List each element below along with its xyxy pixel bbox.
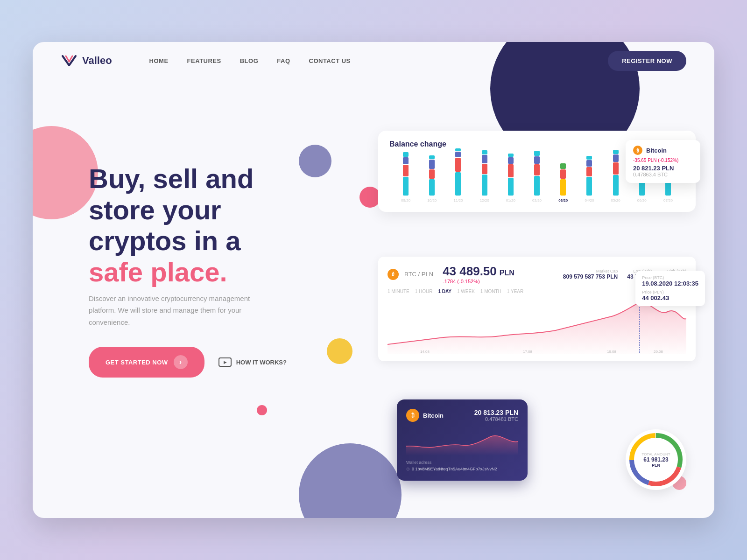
nav-faq[interactable]: FAQ [277, 57, 290, 64]
btc-tooltip-header: ₿ Bitcoin [633, 146, 693, 155]
rate-stat-market-cap: Market Cap 809 579 587 753 PLN [563, 269, 618, 280]
bar-stack-0 [402, 152, 409, 196]
bar-seg-green [560, 163, 566, 169]
svg-text:20.08: 20.08 [654, 350, 663, 354]
bar-seg-red [455, 158, 461, 172]
bar-stack-active [560, 163, 566, 196]
bar-seg-teal [508, 178, 514, 196]
donut-unit: PLN [641, 463, 670, 468]
filter-1day[interactable]: 1 DAY [438, 289, 451, 294]
bar-group-7: 04/20 [578, 156, 601, 203]
bar-seg-red [613, 162, 619, 175]
wallet-btc-info: ₿ Bitcoin [406, 409, 444, 422]
hero-title-line2: store your [89, 195, 221, 225]
charts-area: Balance change 01.07.2020 © 09/20 [378, 75, 696, 509]
wallet-btc-amount: 0.478481 BTC [474, 416, 518, 422]
get-started-arrow-icon: › [174, 355, 188, 369]
bar-seg-red [560, 169, 566, 179]
bar-seg-blue [613, 154, 619, 162]
nav-features[interactable]: FEATURES [187, 57, 221, 64]
bar-seg-red [508, 164, 514, 177]
market-cap-value: 809 579 587 753 PLN [563, 273, 618, 280]
play-icon: ▶ [218, 357, 232, 367]
nav-contact[interactable]: CONTACT US [309, 57, 351, 64]
rate-unit: PLN [500, 269, 514, 277]
how-it-works-button[interactable]: ▶ HOW IT WORKS? [218, 357, 287, 367]
bar-label-active: 03/20 [558, 198, 568, 203]
bar-seg-red [586, 167, 592, 176]
balance-title: Balance change [389, 140, 446, 148]
svg-text:19.08: 19.08 [607, 350, 617, 354]
wallet-address-value: 0 1bv8M5EYatNteqTn5Au4tm4GFp7xJsNvN2 [412, 467, 497, 471]
deco-circle-red [359, 187, 381, 208]
btc-name: Bitcoin [646, 147, 667, 154]
get-started-button[interactable]: GET STARTED NOW › [89, 347, 204, 378]
deco-circle-left [33, 126, 98, 219]
bar-stack-5 [534, 151, 540, 196]
svg-text:14.08: 14.08 [420, 350, 430, 354]
bar-label-2: 11/20 [453, 198, 463, 203]
bar-stack-7 [586, 156, 592, 196]
bar-seg-blue [455, 152, 461, 157]
bar-group-active: 03/20 [551, 163, 575, 203]
bar-seg-green [455, 148, 461, 151]
nav-blog[interactable]: BLOG [240, 57, 259, 64]
bar-label-0: 09/20 [401, 198, 410, 203]
bar-label-1: 10/20 [427, 198, 437, 203]
filter-1min[interactable]: 1 MINUTE [388, 289, 409, 294]
wallet-address-label: Wallet adress [406, 460, 518, 465]
bar-seg-red [482, 164, 487, 174]
bar-seg-green [482, 150, 487, 154]
bar-seg-teal [455, 172, 461, 196]
get-started-label: GET STARTED NOW [106, 359, 168, 366]
filter-1week[interactable]: 1 WEEK [457, 289, 475, 294]
nav-home[interactable]: HOME [149, 57, 169, 64]
price-pln-value: 44 002.43 [642, 294, 698, 301]
bar-group-2: 11/20 [446, 148, 470, 203]
hero-section: Buy, sell and store your cryptos in a sa… [89, 163, 331, 378]
wallet-coin-name: Bitcoin [423, 412, 444, 419]
btc-btc: 0.47863.4 BTC [633, 172, 693, 177]
wallet-amount: 20 813.23 PLN 0.478481 BTC [474, 409, 518, 422]
bar-seg-blue [429, 160, 435, 169]
bar-seg-red [534, 164, 540, 175]
line-chart-svg: 14.08 17.08 19.08 20.08 [388, 298, 686, 354]
bar-group-1: 10/20 [420, 155, 444, 203]
bar-seg-blue [403, 157, 409, 164]
bar-seg-green [403, 152, 409, 157]
bar-seg-teal [534, 176, 540, 196]
bar-group-8: 05/20 [604, 150, 627, 203]
donut-content: TOTAL AMOUNT 61 981.23 PLN [641, 452, 670, 468]
bar-seg-yellow [560, 179, 566, 196]
wallet-header: ₿ Bitcoin 20 813.23 PLN 0.478481 BTC [406, 409, 518, 422]
register-button[interactable]: REGISTER NOW [608, 51, 686, 71]
bar-seg-blue [586, 160, 592, 167]
bar-seg-teal [403, 177, 409, 196]
bar-label-7: 04/20 [585, 198, 594, 203]
btc-tooltip: ₿ Bitcoin -35.65 PLN (-0.152%) 20 821.23… [626, 140, 700, 183]
rate-value-group: 43 489.50 PLN -1784 (-0.152%) [443, 264, 514, 284]
svg-text:17.08: 17.08 [523, 350, 533, 354]
bar-label-9: 06/20 [637, 198, 647, 203]
main-card: Valleo HOME FEATURES BLOG FAQ CONTACT US… [33, 42, 714, 518]
filter-1hour[interactable]: 1 HOUR [415, 289, 433, 294]
bar-stack-2 [455, 148, 461, 196]
nav-links: HOME FEATURES BLOG FAQ CONTACT US [149, 57, 608, 64]
filter-1year[interactable]: 1 YEAR [507, 289, 523, 294]
rate-btc-icon: ₿ [388, 269, 399, 280]
bar-seg-teal [429, 179, 435, 196]
wallet-address-icon: ⊙ [406, 467, 410, 471]
btc-change: -35.65 PLN (-0.152%) [633, 158, 693, 163]
bar-label-3: 12/20 [480, 198, 489, 203]
filter-1month[interactable]: 1 MONTH [480, 289, 501, 294]
bar-group-0: 09/20 [394, 152, 417, 203]
price-date-label: Price (BTC) [642, 275, 698, 280]
bar-stack-8 [613, 150, 619, 196]
bar-seg-red [403, 165, 409, 176]
navbar: Valleo HOME FEATURES BLOG FAQ CONTACT US… [33, 42, 714, 79]
hero-title-line3: cryptos in a [89, 225, 241, 256]
bar-seg-green [613, 150, 619, 154]
bar-seg-green [586, 156, 592, 160]
line-chart-area: 14.08 17.08 19.08 20.08 [388, 298, 686, 354]
bar-group-3: 12/20 [473, 150, 496, 203]
